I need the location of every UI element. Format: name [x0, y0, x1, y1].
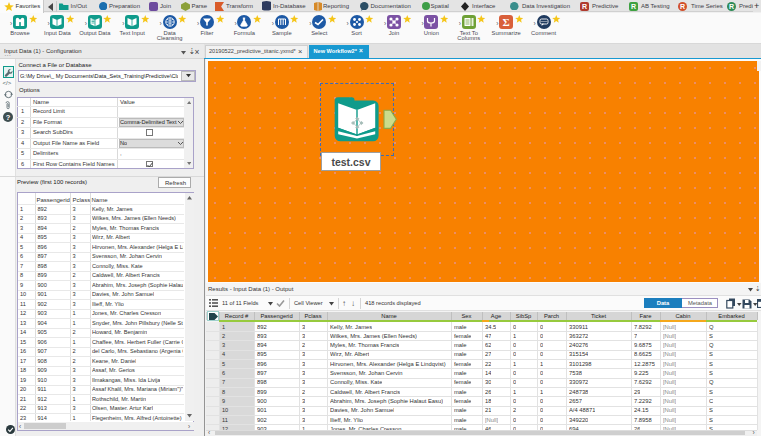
- svg-text:R: R: [680, 2, 685, 9]
- svg-text:?: ?: [6, 112, 11, 121]
- svg-text:Σ: Σ: [503, 16, 510, 28]
- svg-text:R: R: [631, 2, 636, 9]
- svg-text:R: R: [729, 2, 734, 9]
- svg-text:R: R: [582, 2, 587, 9]
